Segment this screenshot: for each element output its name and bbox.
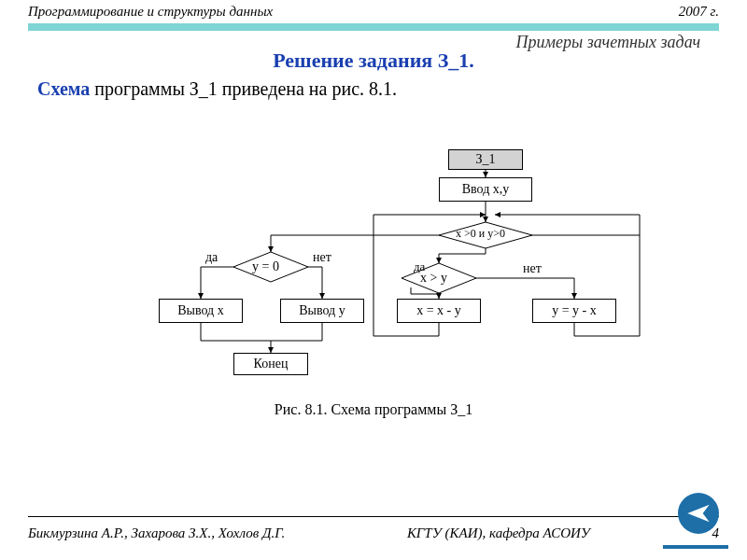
node-x-eq: x = x - y (397, 299, 481, 323)
footer-accent (663, 545, 728, 549)
node-out-y: Вывод y (280, 299, 364, 323)
node-end: Конец (233, 353, 308, 375)
cond-main-text: x >0 и y>0 (456, 227, 505, 241)
node-start: З_1 (448, 149, 523, 170)
body-keyword: Схема (37, 78, 90, 99)
flowchart-lines (131, 149, 654, 392)
body-paragraph: Схема программы З_1 приведена на рис. 8.… (0, 73, 747, 100)
label-no-2: нет (523, 261, 542, 276)
footer-org: КГТУ (КАИ), кафедра АСОИУ (407, 525, 590, 541)
figure-caption: Рис. 8.1. Схема программы З_1 (0, 401, 747, 418)
node-input: Ввод x,y (439, 177, 532, 202)
footer-authors: Бикмурзина А.Р., Захарова З.Х., Хохлов Д… (28, 525, 285, 541)
node-y-eq: y = y - x (532, 299, 616, 323)
footer-page: 4 (712, 525, 719, 541)
accent-bar (28, 23, 719, 31)
footer-divider (28, 516, 719, 517)
page-header: Программирование и структуры данных 2007… (0, 0, 747, 20)
label-yes-2: да (414, 259, 425, 274)
cond-left-text: y = 0 (252, 259, 279, 274)
header-right: 2007 г. (679, 4, 719, 20)
body-rest: программы З_1 приведена на рис. 8.1. (90, 78, 397, 99)
label-no-1: нет (313, 250, 331, 265)
header-left: Программирование и структуры данных (28, 4, 273, 20)
node-out-x: Вывод x (159, 299, 243, 323)
flowchart: x >0 и y>0 y = 0 x > y да нет да нет З_1… (131, 149, 654, 411)
plane-icon (678, 493, 719, 534)
page-footer: Бикмурзина А.Р., Захарова З.Х., Хохлов Д… (28, 525, 719, 541)
label-yes-1: да (205, 250, 218, 265)
